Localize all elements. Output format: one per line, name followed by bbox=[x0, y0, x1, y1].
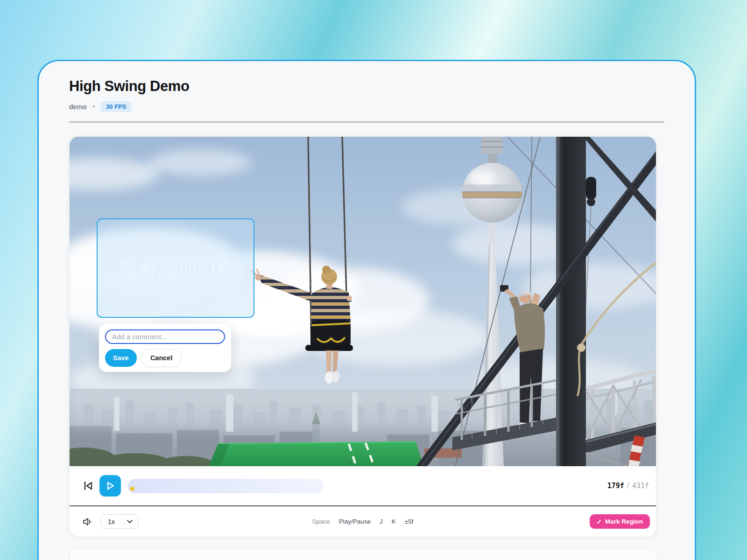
frame-separator: / bbox=[626, 482, 630, 490]
total-frames-label: 431f bbox=[632, 482, 649, 490]
timeline-progress-fill bbox=[128, 479, 324, 493]
bottom-toolbar: 1x Space Play/Pause J K ±5f ✓ Mark Regio… bbox=[70, 505, 656, 537]
meta-separator-dot: • bbox=[93, 103, 95, 110]
video-meta: demo • 30 FPS bbox=[69, 101, 664, 112]
comment-marker-dot[interactable] bbox=[130, 487, 134, 491]
timeline-track[interactable] bbox=[128, 479, 599, 493]
page-title: High Swing Demo bbox=[69, 78, 664, 95]
annotation-region-box[interactable]: 24,90 € bbox=[97, 218, 254, 318]
cancel-button[interactable]: Cancel bbox=[141, 349, 182, 367]
playback-speed-value: 1x bbox=[108, 518, 115, 525]
video-player-panel: 24,90 € Save Cancel bbox=[69, 136, 656, 537]
header-divider bbox=[69, 122, 664, 122]
skip-to-start-button[interactable] bbox=[82, 480, 94, 492]
page-header: High Swing Demo demo • 30 FPS bbox=[39, 61, 695, 112]
chevron-down-icon bbox=[127, 519, 133, 524]
play-icon bbox=[105, 481, 115, 491]
volume-button[interactable] bbox=[82, 517, 92, 526]
shortcut-space-key: Space bbox=[312, 518, 330, 525]
transport-controls: 179f/431f bbox=[70, 466, 656, 505]
shortcut-k-key: K bbox=[392, 518, 396, 525]
comment-popup: Save Cancel bbox=[99, 324, 231, 372]
mark-region-label: Mark Region bbox=[605, 518, 643, 525]
comments-section-panel bbox=[69, 547, 656, 560]
playback-speed-select[interactable]: 1x bbox=[100, 514, 139, 529]
comment-popup-actions: Save Cancel bbox=[105, 349, 225, 367]
app-card: High Swing Demo demo • 30 FPS bbox=[37, 60, 696, 560]
save-button[interactable]: Save bbox=[105, 349, 137, 367]
video-viewport[interactable]: 24,90 € Save Cancel bbox=[70, 137, 656, 466]
speaker-icon bbox=[82, 517, 92, 526]
shortcut-space-action: Play/Pause bbox=[339, 518, 371, 525]
shortcut-step-label: ±5f bbox=[405, 518, 414, 525]
mark-region-button[interactable]: ✓ Mark Region bbox=[590, 514, 650, 529]
frame-counter: 179f/431f bbox=[607, 482, 649, 490]
project-name: demo bbox=[69, 103, 87, 111]
play-button[interactable] bbox=[99, 475, 121, 497]
current-frame-label: 179f bbox=[607, 482, 624, 490]
shortcut-j-key: J bbox=[380, 518, 383, 525]
fps-badge: 30 FPS bbox=[101, 101, 131, 112]
check-icon: ✓ bbox=[597, 518, 602, 525]
comment-input[interactable] bbox=[105, 329, 225, 344]
annotation-price-text: 24,90 € bbox=[121, 252, 231, 285]
keyboard-shortcuts: Space Play/Pause J K ±5f bbox=[312, 518, 413, 525]
skip-to-start-icon bbox=[82, 480, 94, 492]
